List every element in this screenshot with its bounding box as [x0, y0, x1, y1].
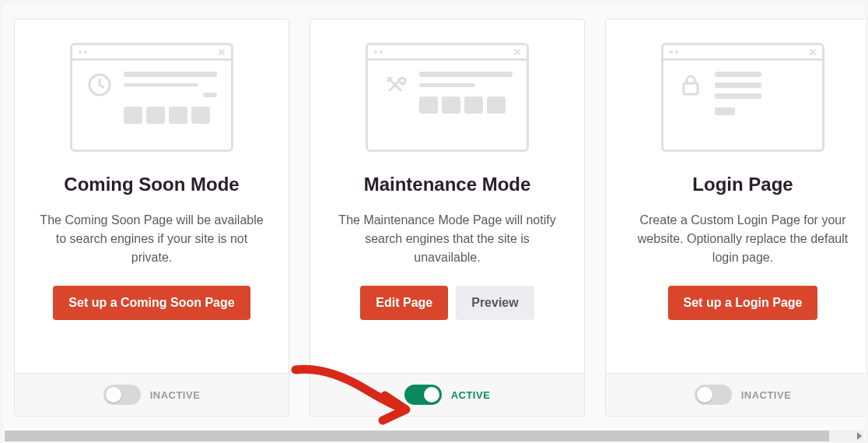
- scrollbar-thumb[interactable]: [5, 431, 829, 441]
- svg-rect-1: [684, 83, 698, 94]
- card-title: Maintenance Mode: [364, 174, 531, 195]
- toggle-knob-icon: [106, 387, 121, 403]
- preview-button[interactable]: Preview: [456, 286, 534, 320]
- toggle-maintenance[interactable]: [404, 385, 442, 405]
- status-badge: INACTIVE: [150, 389, 201, 401]
- card-body: Login Page Create a Custom Login Page fo…: [606, 19, 865, 373]
- card-description: The Coming Soon Page will be available t…: [30, 211, 273, 267]
- card-body: Coming Soon Mode The Coming Soon Page wi…: [15, 19, 289, 373]
- window-close-icon: [810, 49, 816, 55]
- lock-icon: [677, 72, 704, 98]
- window-close-icon: [219, 49, 225, 55]
- card-footer: INACTIVE: [606, 373, 865, 416]
- card-description: Create a Custom Login Page for your webs…: [621, 211, 864, 267]
- status-badge: INACTIVE: [741, 389, 792, 401]
- toggle-coming-soon[interactable]: [103, 385, 141, 405]
- card-login: Login Page Create a Custom Login Page fo…: [605, 19, 865, 417]
- window-chrome: [663, 45, 822, 61]
- toggle-knob-icon: [697, 387, 712, 403]
- window-close-icon: [514, 49, 520, 55]
- toggle-knob-icon: [424, 387, 439, 403]
- tools-icon: [382, 72, 408, 98]
- window-dots-icon: [670, 51, 673, 54]
- card-maintenance: Maintenance Mode The Maintenance Mode Pa…: [310, 19, 585, 417]
- toggle-login[interactable]: [695, 385, 732, 405]
- horizontal-scrollbar[interactable]: [5, 431, 863, 441]
- card-footer: INACTIVE: [15, 373, 289, 416]
- scrollbar-right-arrow-icon[interactable]: [857, 432, 862, 440]
- mode-cards-container: Coming Soon Mode The Coming Soon Page wi…: [3, 3, 865, 439]
- window-dots-icon: [79, 51, 82, 54]
- card-description: The Maintenance Mode Page will notify se…: [326, 211, 569, 267]
- status-badge: ACTIVE: [451, 389, 491, 401]
- card-body: Maintenance Mode The Maintenance Mode Pa…: [310, 19, 584, 373]
- window-dots-icon: [374, 51, 377, 54]
- illustration-browser: [70, 43, 233, 152]
- card-footer: ACTIVE: [310, 373, 584, 416]
- window-chrome: [368, 45, 527, 61]
- illustration-browser: [661, 43, 824, 152]
- clock-icon: [86, 72, 113, 98]
- edit-page-button[interactable]: Edit Page: [360, 286, 448, 320]
- illustration-browser: [366, 43, 529, 152]
- setup-coming-soon-button[interactable]: Set up a Coming Soon Page: [53, 286, 250, 320]
- card-coming-soon: Coming Soon Mode The Coming Soon Page wi…: [14, 19, 289, 417]
- card-title: Login Page: [692, 174, 793, 195]
- window-chrome: [72, 45, 231, 61]
- setup-login-button[interactable]: Set up a Login Page: [668, 286, 818, 320]
- card-title: Coming Soon Mode: [64, 174, 239, 195]
